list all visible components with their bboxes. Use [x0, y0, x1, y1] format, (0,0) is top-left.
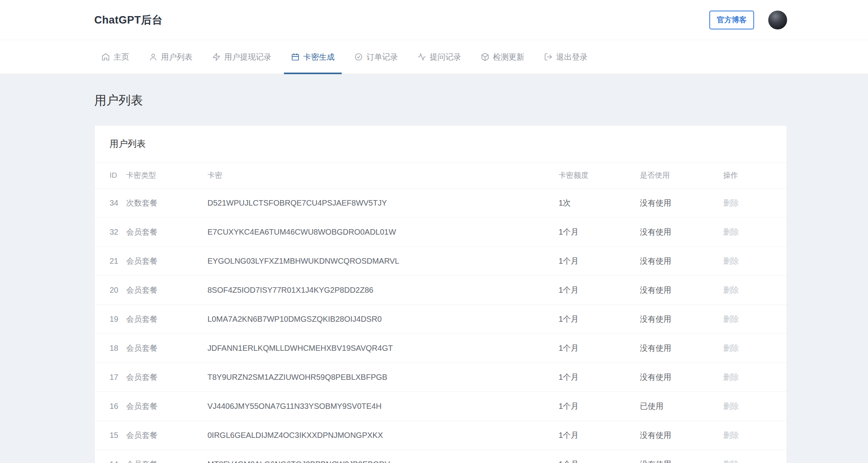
app-title: ChatGPT后台	[94, 13, 163, 27]
zap-icon	[212, 53, 221, 61]
main-content: 用户列表 用户列表 ID卡密类型卡密卡密额度是否使用操作 34次数套餐D521W…	[0, 74, 868, 463]
table-row: 18会员套餐JDFANN1ERLKQMLLDWHCMEHXBV19SAVQR4G…	[95, 334, 787, 363]
cell-id: 21	[95, 247, 122, 276]
cell-action: 删除	[719, 189, 787, 218]
cell-quota: 1个月	[555, 363, 636, 392]
package-icon	[481, 53, 489, 61]
table-row: 20会员套餐8SOF4Z5IOD7ISY77R01X1J4KYG2P8DD2Z8…	[95, 276, 787, 305]
cell-type: 会员套餐	[122, 421, 203, 450]
cell-action: 删除	[719, 450, 787, 463]
cell-key: EYGOLNG03LYFXZ1MBHWUKDNWCQROSDMARVL	[203, 247, 555, 276]
cell-status: 没有使用	[636, 450, 719, 463]
cell-type: 会员套餐	[122, 247, 203, 276]
nav-item-user-list[interactable]: 用户列表	[142, 40, 200, 74]
cell-action: 删除	[719, 363, 787, 392]
cell-status: 没有使用	[636, 334, 719, 363]
nav-item-order-records[interactable]: 订单记录	[347, 40, 405, 74]
cell-status: 没有使用	[636, 218, 719, 247]
table-row: 16会员套餐VJ4406JMY55ONA7G11N33YSOBMY9SV0TE4…	[95, 392, 787, 421]
column-header: 卡密额度	[555, 162, 636, 189]
cell-key: 0IRGL6GEALDIJMZ4OC3IKXXDPNJMONGPXKX	[203, 421, 555, 450]
main-nav: 主页用户列表用户提现记录卡密生成订单记录提问记录检测更新退出登录	[0, 40, 868, 74]
nav-item-check-update[interactable]: 检测更新	[474, 40, 531, 74]
activity-icon	[418, 53, 426, 61]
nav-item-label: 提问记录	[430, 52, 461, 62]
cell-key: 8SOF4Z5IOD7ISY77R01X1J4KYG2P8DD2Z86	[203, 276, 555, 305]
cell-key: T8Y9URZN2SM1AZZIUWOHR59Q8PEBLXBFPGB	[203, 363, 555, 392]
cell-status: 没有使用	[636, 276, 719, 305]
cell-id: 19	[95, 305, 122, 334]
user-avatar[interactable]	[768, 11, 787, 29]
column-header: ID	[95, 162, 122, 189]
nav-item-label: 用户提现记录	[224, 52, 271, 62]
cell-id: 20	[95, 276, 122, 305]
table-row: 19会员套餐L0MA7A2KN6B7WP10DMGSZQKIB28OIJ4DSR…	[95, 305, 787, 334]
delete-link[interactable]: 删除	[723, 460, 739, 463]
cell-key: L0MA7A2KN6B7WP10DMGSZQKIB28OIJ4DSR0	[203, 305, 555, 334]
cell-quota: 1个月	[555, 247, 636, 276]
cell-quota: 1个月	[555, 392, 636, 421]
nav-item-logout[interactable]: 退出登录	[537, 40, 595, 74]
cell-id: 34	[95, 189, 122, 218]
cell-action: 删除	[719, 276, 787, 305]
column-header: 操作	[719, 162, 787, 189]
nav-item-label: 卡密生成	[303, 52, 335, 62]
delete-link[interactable]: 删除	[723, 228, 739, 236]
table-row: 21会员套餐EYGOLNG03LYFXZ1MBHWUKDNWCQROSDMARV…	[95, 247, 787, 276]
delete-link[interactable]: 删除	[723, 199, 739, 207]
card-header: 用户列表	[95, 126, 787, 162]
delete-link[interactable]: 删除	[723, 257, 739, 265]
nav-item-card-key-generate[interactable]: 卡密生成	[284, 40, 342, 74]
user-icon	[149, 53, 157, 61]
delete-link[interactable]: 删除	[723, 373, 739, 381]
cell-key: MT8FV4GM8ALG6NG6TQJ2BPBNCW2JB9EBODV	[203, 450, 555, 463]
cell-status: 没有使用	[636, 247, 719, 276]
cell-type: 会员套餐	[122, 334, 203, 363]
card-title: 用户列表	[110, 139, 146, 149]
home-icon	[101, 53, 110, 61]
cell-type: 会员套餐	[122, 392, 203, 421]
cell-id: 15	[95, 421, 122, 450]
delete-link[interactable]: 删除	[723, 286, 739, 294]
cell-id: 18	[95, 334, 122, 363]
cell-type: 会员套餐	[122, 363, 203, 392]
cell-status: 没有使用	[636, 421, 719, 450]
cell-key: E7CUXYKC4EA6TUM46CWU8WOBGDRO0ADL01W	[203, 218, 555, 247]
cell-type: 会员套餐	[122, 450, 203, 463]
delete-link[interactable]: 删除	[723, 344, 739, 352]
official-blog-button[interactable]: 官方博客	[709, 11, 754, 29]
nav-item-withdraw-records[interactable]: 用户提现记录	[205, 40, 278, 74]
cell-quota: 1个月	[555, 450, 636, 463]
cell-type: 次数套餐	[122, 189, 203, 218]
cell-status: 没有使用	[636, 363, 719, 392]
cell-key: JDFANN1ERLKQMLLDWHCMEHXBV19SAVQR4GT	[203, 334, 555, 363]
cell-quota: 1个月	[555, 218, 636, 247]
cell-key: VJ4406JMY55ONA7G11N33YSOBMY9SV0TE4H	[203, 392, 555, 421]
cell-quota: 1次	[555, 189, 636, 218]
cell-action: 删除	[719, 392, 787, 421]
nav-item-label: 用户列表	[161, 52, 192, 62]
cell-type: 会员套餐	[122, 218, 203, 247]
nav-item-label: 检测更新	[493, 52, 524, 62]
delete-link[interactable]: 删除	[723, 402, 739, 410]
table-row: 17会员套餐T8Y9URZN2SM1AZZIUWOHR59Q8PEBLXBFPG…	[95, 363, 787, 392]
table-row: 15会员套餐0IRGL6GEALDIJMZ4OC3IKXXDPNJMONGPXK…	[95, 421, 787, 450]
user-list-card: 用户列表 ID卡密类型卡密卡密额度是否使用操作 34次数套餐D521WPUJLC…	[94, 125, 787, 463]
cell-id: 17	[95, 363, 122, 392]
cell-action: 删除	[719, 247, 787, 276]
cell-type: 会员套餐	[122, 276, 203, 305]
delete-link[interactable]: 删除	[723, 431, 739, 439]
nav-item-label: 主页	[114, 52, 129, 62]
top-header: ChatGPT后台 官方博客	[0, 0, 868, 40]
table-row: 32会员套餐E7CUXYKC4EA6TUM46CWU8WOBGDRO0ADL01…	[95, 218, 787, 247]
nav-item-label: 订单记录	[366, 52, 398, 62]
cell-key: D521WPUJLCTSFOBRQE7CU4PSJAEF8WV5TJY	[203, 189, 555, 218]
nav-item-question-records[interactable]: 提问记录	[410, 40, 468, 74]
check-circle-icon	[354, 53, 363, 61]
card-key-table: ID卡密类型卡密卡密额度是否使用操作 34次数套餐D521WPUJLCTSFOB…	[95, 162, 787, 463]
nav-item-home[interactable]: 主页	[94, 40, 136, 74]
delete-link[interactable]: 删除	[723, 315, 739, 323]
cell-id: 32	[95, 218, 122, 247]
cell-quota: 1个月	[555, 305, 636, 334]
cell-quota: 1个月	[555, 421, 636, 450]
